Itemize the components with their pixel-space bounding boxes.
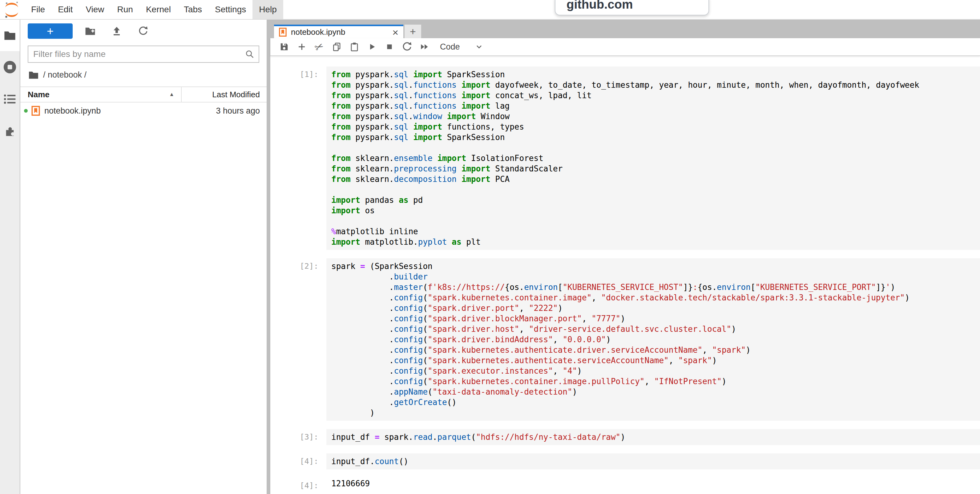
menu-settings[interactable]: Settings [208,0,253,19]
input-prompt: [3]: [270,429,326,445]
output-cell-4: [4]: 12106669 [270,478,980,492]
breadcrumb-path: / notebook / [43,70,86,80]
chevron-down-icon[interactable] [475,43,484,51]
breadcrumb[interactable]: / notebook / [28,70,259,80]
code-editor[interactable]: input_df.count() [326,453,980,469]
code-cell-2[interactable]: [2]: spark = (SparkSession .builder .mas… [270,258,980,421]
file-browser-toolbar: + [20,20,267,39]
code-cell-1[interactable]: [1]: from pyspark.sql import SparkSessio… [270,67,980,250]
run-cell-button[interactable] [363,38,380,56]
cut-cells-button[interactable]: ✂ [310,38,328,56]
search-icon [245,49,254,59]
refresh-icon [138,27,148,36]
file-list-item-notebook[interactable]: notebook.ipynb 3 hours ago [20,103,267,119]
filter-files-input[interactable] [33,49,245,59]
cell-type-select[interactable]: Code [440,42,460,52]
popup-origin-text: github.com [566,0,708,11]
add-icon [297,42,306,51]
dock-tab-bar: notebook.ipynb × + [270,20,980,38]
file-last-modified: 3 hours ago [216,106,267,116]
cut-icon: ✂ [312,40,326,54]
browser-permission-popup: github.com [555,0,709,15]
menu-file[interactable]: File [25,0,51,19]
new-launcher-label: + [47,25,54,38]
run-icon [368,43,376,51]
kernel-running-dot [24,109,28,113]
menu-bar: File Edit View Run Kernel Tabs Settings … [0,0,980,20]
notebook-toolbar: ✂ [270,38,980,56]
home-folder-icon [28,71,39,79]
paste-icon [350,42,359,51]
file-name: notebook.ipynb [45,106,101,116]
code-editor[interactable]: from pyspark.sql import SparkSessionfrom… [326,67,980,250]
input-prompt: [4]: [270,453,326,469]
code-cell-3[interactable]: [3]: input_df = spark.read.parquet("hdfs… [270,429,980,445]
tab-title: notebook.ipynb [291,27,392,37]
sidebar-tab-extensions[interactable] [0,115,20,147]
folder-icon [4,30,16,40]
restart-run-all-button[interactable] [416,38,433,56]
puzzle-icon [3,125,16,138]
menu-run[interactable]: Run [111,0,140,19]
insert-cell-button[interactable] [293,38,310,56]
new-launcher-button[interactable]: + [28,24,73,39]
sort-ascending-icon: ▲ [169,91,174,98]
tab-notebook-ipynb[interactable]: notebook.ipynb × [274,25,403,38]
jupyter-logo-icon [3,1,20,19]
copy-cells-button[interactable] [328,38,345,56]
code-editor[interactable]: spark = (SparkSession .builder .master(f… [326,258,980,421]
code-editor[interactable]: input_df = spark.read.parquet("hdfs://hd… [326,429,980,445]
activity-bar [0,20,20,494]
paste-cells-button[interactable] [345,38,363,56]
new-tab-button[interactable]: + [404,25,421,38]
refresh-button[interactable] [134,24,152,39]
save-icon [280,42,289,51]
notebook-file-icon [279,28,286,37]
running-sessions-icon [3,60,17,74]
restart-icon [402,42,412,51]
upload-icon [112,27,121,36]
code-cell-4[interactable]: [4]: input_df.count() [270,453,980,469]
input-prompt: [1]: [270,67,326,250]
fast-forward-icon [420,43,430,51]
upload-button[interactable] [108,24,126,39]
tab-close-icon[interactable]: × [392,27,398,38]
menu-help[interactable]: Help [253,0,283,19]
jupyterlab-window: File Edit View Run Kernel Tabs Settings … [0,0,980,494]
new-folder-icon [85,27,95,35]
sidebar-tab-running-sessions[interactable] [0,51,20,83]
stop-icon [385,43,393,51]
copy-icon [332,42,342,51]
notebook-file-icon [32,106,40,116]
menu-tabs[interactable]: Tabs [177,0,208,19]
filter-files-box [28,46,259,63]
file-browser-panel: + [20,20,267,494]
menu-kernel[interactable]: Kernel [140,0,177,19]
sidebar-tab-file-browser[interactable] [0,20,20,51]
sidebar-resize-handle[interactable] [267,20,270,494]
notebook-content: [1]: from pyspark.sql import SparkSessio… [270,56,980,494]
new-folder-button[interactable] [81,24,99,39]
menu-edit[interactable]: Edit [51,0,79,19]
output-prompt: [4]: [270,478,326,492]
new-tab-plus-icon: + [410,25,416,38]
menu-view[interactable]: View [79,0,111,19]
restart-kernel-button[interactable] [398,38,416,56]
output-area: 12106669 [326,478,980,492]
file-list-header: Name ▲ Last Modified [20,86,267,103]
interrupt-kernel-button[interactable] [380,38,398,56]
input-prompt: [2]: [270,258,326,421]
sidebar-tab-table-of-contents[interactable] [0,83,20,115]
column-header-last-modified[interactable]: Last Modified [181,90,267,99]
main-dock-panel: notebook.ipynb × + [270,20,980,494]
column-header-name[interactable]: Name ▲ [20,90,181,99]
name-column-label: Name [28,90,49,99]
save-button[interactable] [275,38,293,56]
table-of-contents-icon [4,94,16,104]
